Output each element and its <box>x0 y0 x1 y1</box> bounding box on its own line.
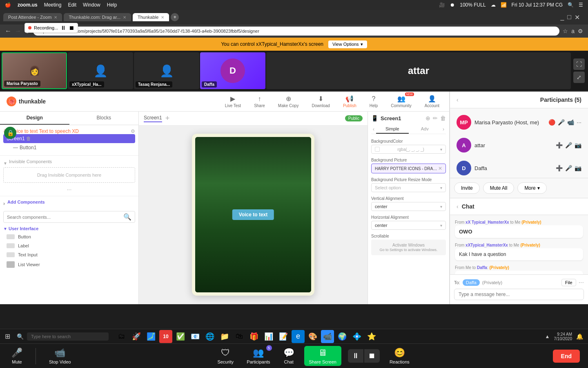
participants-button[interactable]: 👥 Participants 5 <box>243 346 273 366</box>
screen1-tree-item[interactable]: Screen1 🗑 <box>3 134 135 143</box>
settings-icon[interactable]: ⚙ <box>131 128 135 134</box>
rocket-app[interactable]: 🚀 <box>130 330 143 343</box>
search-components-box[interactable]: 🔍 <box>3 211 135 223</box>
mic-icon[interactable]: 🎤 <box>565 142 572 148</box>
star-app[interactable]: ⭐ <box>365 330 378 343</box>
bg-resize-select[interactable]: Select option ▾ <box>371 183 446 192</box>
share-screen-button[interactable]: 🖥 Share Screen <box>304 346 341 366</box>
gift-app[interactable]: 🎁 <box>247 330 261 343</box>
view-options-button[interactable]: View Options ▾ <box>328 40 367 48</box>
invite-button[interactable]: Invite <box>454 182 480 194</box>
apple-icon[interactable]: 🍎 <box>5 2 11 8</box>
add-icon[interactable]: ➕ <box>556 165 563 171</box>
close-tab-icon[interactable]: ✕ <box>54 15 57 20</box>
chat-to-badge[interactable]: Daffa <box>463 279 480 286</box>
url-input[interactable] <box>33 27 559 36</box>
publish-button[interactable]: 📢 Publish <box>340 93 360 110</box>
list-viewer-component[interactable]: List Viewer <box>3 260 135 269</box>
window-menu[interactable]: Window <box>83 2 100 8</box>
search-components-input[interactable] <box>7 215 122 220</box>
word-app[interactable]: 📝 <box>277 330 290 343</box>
button-component[interactable]: Button <box>3 233 135 241</box>
mute-all-button[interactable]: Mute All <box>483 182 514 194</box>
new-tab-button[interactable]: + <box>171 13 179 21</box>
blocks-tab[interactable]: Blocks <box>69 112 139 125</box>
label-component[interactable]: Label <box>3 242 135 250</box>
taskbar-search-input[interactable] <box>31 334 96 339</box>
chevron-expand-icon[interactable]: › <box>3 201 5 206</box>
chevron-icon[interactable]: ▼ <box>3 161 7 166</box>
tab-post-attendee[interactable]: Post Attendee - Zoom ✕ <box>3 13 62 21</box>
simple-tab[interactable]: Simple <box>376 125 409 134</box>
mute-button[interactable]: 🎤 Mute <box>8 346 26 366</box>
ie-app[interactable]: 🌐 <box>203 330 216 343</box>
more-button[interactable]: More ▾ <box>517 182 546 194</box>
fullscreen-strip-btn[interactable]: ⤢ <box>573 72 585 83</box>
menu-icon-mac[interactable]: ☰ <box>579 2 583 8</box>
close-tab-icon[interactable]: ✕ <box>123 15 126 20</box>
taskbar-search-box[interactable] <box>27 332 109 341</box>
edit-screen-icon[interactable]: ✏ <box>433 115 438 121</box>
extension-icon[interactable]: ⚙ <box>578 28 583 34</box>
window-minimize[interactable]: _ <box>560 13 564 21</box>
photos-app[interactable]: 🗾 <box>145 330 158 343</box>
bg-picture-input[interactable]: HARRY POTTER ICONS - DRACC ✕ <box>371 164 446 173</box>
add-screen-btn[interactable]: + <box>165 114 170 123</box>
video-icon[interactable]: 📹 <box>567 119 574 126</box>
vertical-align-select[interactable]: center ▾ <box>371 202 446 211</box>
bg-color-input[interactable]: rgba(_, _, _, _) ▾ <box>371 145 446 154</box>
tab-thunkable-drag[interactable]: Thunkable.com: Drag ar... ✕ <box>64 13 131 21</box>
participant-thumb-marisa[interactable]: 👩 Marisa Paryasto <box>2 52 67 89</box>
participant-thumb-daffa[interactable]: D Daffa <box>200 52 265 89</box>
mute-icon[interactable]: 🎤 <box>558 119 565 126</box>
window-restore[interactable]: □ <box>567 13 571 21</box>
reactions-button[interactable]: 😊 Reactions <box>386 346 413 366</box>
security-button[interactable]: 🛡 Security <box>214 346 237 366</box>
recording-stop[interactable]: ⏹ <box>69 25 74 31</box>
mic-icon[interactable]: 🔴 <box>548 119 555 126</box>
stop-recording-btn[interactable]: ⏹ <box>364 349 380 363</box>
participant-thumb-attar[interactable]: attar <box>266 52 571 89</box>
voice-to-text-button[interactable]: Voice to text <box>232 209 274 220</box>
delete-screen-icon[interactable]: 🗑 <box>440 115 446 121</box>
add-icon[interactable]: ➕ <box>556 142 563 148</box>
file-button[interactable]: File <box>561 279 576 286</box>
chat-message-input[interactable] <box>454 289 584 300</box>
copy-screen-icon[interactable]: ⊕ <box>425 115 430 121</box>
calendar-app[interactable]: 10 <box>159 330 172 343</box>
prev-arrow[interactable]: ‹ <box>371 125 376 134</box>
account-button[interactable]: 👤 Account <box>421 93 443 110</box>
notification-icon[interactable]: 🔔 <box>576 333 583 340</box>
email-app[interactable]: 📧 <box>189 330 202 343</box>
back-btn[interactable]: ← <box>5 27 11 35</box>
explorer-app[interactable]: 📁 <box>218 330 231 343</box>
up-arrow-tray[interactable]: ▲ <box>545 334 550 339</box>
zoom-app[interactable]: 📹 <box>321 330 334 343</box>
participant-thumb-xx[interactable]: 👤 xXTypical_Ha... <box>68 52 133 89</box>
meeting-menu[interactable]: Meeting <box>44 2 62 8</box>
more-chat-icon[interactable]: ··· <box>579 279 584 286</box>
amazon-icon[interactable]: a <box>571 28 575 34</box>
button1-tree-item[interactable]: — Button1 <box>3 143 135 152</box>
help-button[interactable]: ? Help <box>366 94 381 110</box>
windows-logo-icon[interactable]: ⊞ <box>5 332 10 340</box>
phone-screen[interactable]: Voice to text <box>195 137 311 292</box>
forward-btn[interactable]: → <box>15 27 21 35</box>
community-button[interactable]: 👥 Community NEW <box>388 93 415 110</box>
app17[interactable]: 💠 <box>350 330 363 343</box>
close-tab-icon[interactable]: ✕ <box>161 15 164 20</box>
share-button[interactable]: ↑ Share <box>251 94 268 110</box>
next-arrow[interactable]: › <box>441 125 446 134</box>
edit-menu[interactable]: Edit <box>68 2 76 8</box>
store-app[interactable]: 🛍 <box>233 330 246 343</box>
chevron-collapse-chat[interactable]: ‹ <box>457 203 459 210</box>
tab-thunkable-active[interactable]: Thunkable ✕ <box>133 13 169 21</box>
mic-icon[interactable]: 🎤 <box>565 165 572 171</box>
bookmark-icon[interactable]: ☆ <box>563 28 568 34</box>
text-input-component[interactable]: Text Input <box>3 251 135 259</box>
search-icon-mac[interactable]: 🔍 <box>568 2 574 8</box>
video-off-icon[interactable]: 📷 <box>575 142 581 148</box>
download-button[interactable]: ⬇ Download <box>308 93 333 110</box>
participant-thumb-tasaq[interactable]: 👤 Tasaq Renjana... <box>134 52 199 89</box>
browser-app[interactable]: e <box>292 330 305 343</box>
